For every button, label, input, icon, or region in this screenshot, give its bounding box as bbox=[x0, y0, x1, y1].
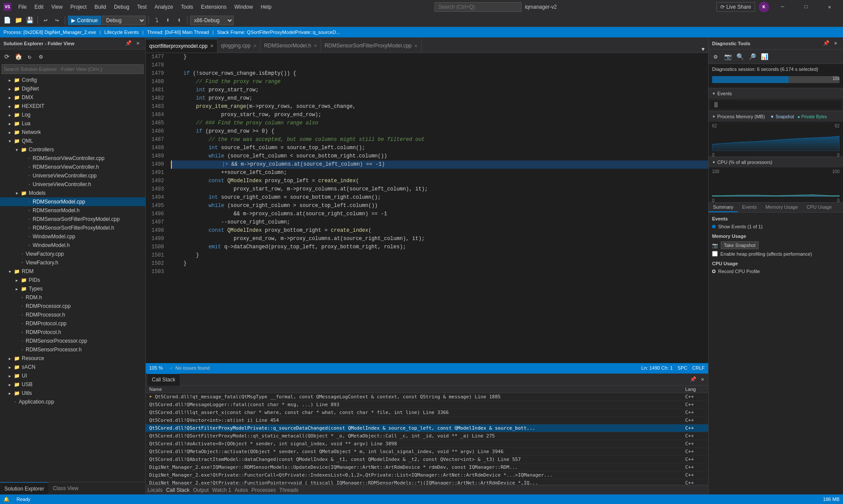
tree-item[interactable]: ⬝RDM.h bbox=[0, 293, 145, 302]
callstack-row[interactable]: Qt5Cored.dll!QVector<int>::at(int i) Lin… bbox=[146, 417, 708, 424]
step-out-btn[interactable]: ⬆ bbox=[174, 15, 184, 26]
callstack-tab[interactable]: Call Stack bbox=[147, 374, 180, 386]
se-filter-btn[interactable]: ⚙ bbox=[36, 51, 46, 62]
se-home-btn[interactable]: 🏠 bbox=[13, 51, 23, 62]
callstack-row[interactable]: Qt5Cored.dll!QMetaObject::activate(QObje… bbox=[146, 448, 708, 456]
bottom-tab-call-stack[interactable]: Call Stack bbox=[164, 486, 191, 494]
menu-edit[interactable]: Edit bbox=[31, 3, 47, 11]
diag-pin-btn[interactable]: 📌 bbox=[822, 40, 830, 47]
user-avatar[interactable]: K bbox=[759, 2, 769, 12]
tree-item[interactable]: ⬝ViewFactory.h bbox=[0, 258, 145, 267]
tree-item[interactable]: ⬝Application.cpp bbox=[0, 397, 145, 406]
callstack-close-btn[interactable]: ✕ bbox=[699, 376, 706, 384]
tree-item[interactable]: ⬝RDMSensorSortFilterProxyModel.cpp bbox=[0, 215, 145, 224]
diag-cpu-header[interactable]: ▼ CPU (% of all processors) bbox=[709, 157, 843, 167]
diag-tab-cpu-usage[interactable]: CPU Usage bbox=[802, 203, 836, 212]
callstack-row[interactable]: Qt5Cored.dll!QSortFilterProxyModelPrivat… bbox=[146, 424, 708, 432]
bottom-tab-threads[interactable]: Threads bbox=[278, 486, 300, 494]
menu-project[interactable]: Project bbox=[67, 3, 90, 11]
bottom-tab-autos[interactable]: Autos bbox=[233, 486, 250, 494]
callstack-row[interactable]: Qt5Cored.dll!llqt_assert_x(const char * … bbox=[146, 409, 708, 417]
diag-camera-btn[interactable]: 📷 bbox=[723, 51, 733, 62]
diag-settings-btn[interactable]: ⚙ bbox=[710, 51, 721, 62]
tree-item[interactable]: ⬝RDMSensorProcessor.cpp bbox=[0, 337, 145, 345]
menu-extensions[interactable]: Extensions bbox=[197, 3, 230, 11]
diag-memory-header[interactable]: ▼ Process Memory (MB) ▼ Snapshot ● Priva… bbox=[709, 111, 843, 122]
tree-item[interactable]: ⬝RDMSensorViewController.cpp bbox=[0, 154, 145, 163]
diag-zoom-out-btn[interactable]: 🔎 bbox=[747, 51, 757, 62]
tree-item[interactable]: ⬝RDMProtocol.h bbox=[0, 328, 145, 337]
new-file-btn[interactable]: 📄 bbox=[2, 15, 12, 26]
diag-zoom-in-btn[interactable]: 🔍 bbox=[735, 51, 745, 62]
maximize-button[interactable]: □ bbox=[796, 0, 816, 14]
tree-item[interactable]: ▸📁Types bbox=[0, 284, 145, 293]
se-tab-solution[interactable]: Solution Explorer bbox=[0, 482, 48, 494]
menu-analyze[interactable]: Analyze bbox=[151, 3, 177, 11]
callstack-row[interactable]: Qt5Cored.dll!doActivate<0>(QObject * sen… bbox=[146, 440, 708, 448]
callstack-row[interactable]: ➤ Qt5Cored.dll!qt_message_fatal(QtMsgTyp… bbox=[146, 393, 708, 401]
bottom-tab-watch-1[interactable]: Watch 1 bbox=[211, 486, 233, 494]
tree-item[interactable]: ▾📁Models bbox=[0, 189, 145, 197]
tree-item[interactable]: ⬝RDMSensorViewController.h bbox=[0, 163, 145, 171]
tab-close-icon[interactable]: ✕ bbox=[210, 43, 214, 48]
diag-tab-summary[interactable]: Summary bbox=[709, 203, 738, 212]
editor-tab[interactable]: qlogging.cpp✕ bbox=[217, 39, 261, 53]
diag-close-btn[interactable]: ✕ bbox=[832, 40, 840, 47]
se-sync-btn[interactable]: ⟳ bbox=[2, 51, 12, 62]
tree-item[interactable]: ⬝WindowModel.h bbox=[0, 241, 145, 250]
diag-events-header[interactable]: ▼ Events bbox=[709, 88, 843, 99]
tree-item[interactable]: ▸📁Lua bbox=[0, 119, 145, 128]
undo-btn[interactable]: ↩ bbox=[40, 15, 51, 26]
tree-item[interactable]: ⬝RDMSensorModel.h bbox=[0, 206, 145, 215]
tree-item[interactable]: ▸📁Network bbox=[0, 128, 145, 137]
tree-item[interactable]: ⬝RDMProcessor.cpp bbox=[0, 302, 145, 310]
debug-dropdown[interactable]: Debug bbox=[102, 16, 146, 25]
live-share-button[interactable]: ⟳ Live Share bbox=[716, 2, 755, 12]
menu-build[interactable]: Build bbox=[91, 3, 110, 11]
tree-item[interactable]: ⬝RDMSensorSortFilterProxyModel.h bbox=[0, 224, 145, 232]
menu-tools[interactable]: Tools bbox=[177, 3, 197, 11]
save-btn[interactable]: 💾 bbox=[24, 15, 35, 26]
pin-btn[interactable]: 📌 bbox=[124, 40, 132, 47]
diag-tab-events[interactable]: Events bbox=[738, 203, 761, 212]
callstack-pin-btn[interactable]: 📌 bbox=[689, 376, 697, 384]
open-btn[interactable]: 📁 bbox=[13, 15, 23, 26]
diag-tab-memory-usage[interactable]: Memory Usage bbox=[761, 203, 803, 212]
menu-help[interactable]: Help bbox=[257, 3, 275, 11]
close-button[interactable]: ✕ bbox=[820, 0, 840, 14]
se-close-btn[interactable]: ✕ bbox=[134, 40, 142, 47]
tree-item[interactable]: ⬝ViewFactory.cpp bbox=[0, 250, 145, 258]
callstack-row[interactable]: DigiNet_Manager_2.exe!QtPrivate::Functor… bbox=[146, 471, 708, 479]
menu-test[interactable]: Test bbox=[134, 3, 150, 11]
callstack-row[interactable]: Qt5Cored.dll!QSortFilterProxyModel::qt_s… bbox=[146, 432, 708, 440]
diag-chart-btn[interactable]: 📊 bbox=[759, 51, 769, 62]
tab-close-icon[interactable]: ✕ bbox=[414, 43, 418, 48]
tab-overflow-btn[interactable]: ▼ bbox=[698, 47, 708, 53]
tree-item[interactable]: ⬝UniverseViewController.cpp bbox=[0, 171, 145, 180]
step-into-btn[interactable]: ⬇ bbox=[163, 15, 173, 26]
tree-item[interactable]: ▸📁Resource bbox=[0, 354, 145, 363]
se-search-input[interactable] bbox=[2, 64, 144, 74]
tree-item[interactable]: ▾📁QML bbox=[0, 137, 145, 145]
menu-window[interactable]: Window bbox=[231, 3, 257, 11]
tree-item[interactable]: ⬝UniverseViewController.h bbox=[0, 180, 145, 189]
tree-item[interactable]: ▸📁UI bbox=[0, 371, 145, 380]
tree-item[interactable]: ⬝RDMSensorProcessor.h bbox=[0, 345, 145, 354]
tree-item[interactable]: ▸📁Log bbox=[0, 110, 145, 119]
tree-item[interactable]: ▸📁DigiNet bbox=[0, 84, 145, 93]
tree-item[interactable]: ▸📁USB bbox=[0, 380, 145, 389]
se-refresh-btn[interactable]: ↻ bbox=[24, 51, 35, 62]
tree-item[interactable]: ▸📁DMX bbox=[0, 93, 145, 102]
tree-item[interactable]: ⬝RDMProcessor.h bbox=[0, 310, 145, 319]
tree-item[interactable]: ⬝RDMProtocol.cpp bbox=[0, 319, 145, 328]
callstack-row[interactable]: Qt5Cored.dll!QAbstractItemModel::dataCha… bbox=[146, 456, 708, 464]
minimize-button[interactable]: — bbox=[773, 0, 793, 14]
heap-profiling-checkbox[interactable] bbox=[712, 251, 718, 257]
bottom-tab-processes[interactable]: Processes bbox=[250, 486, 278, 494]
redo-btn[interactable]: ↪ bbox=[52, 15, 62, 26]
menu-file[interactable]: File bbox=[15, 3, 30, 11]
menu-view[interactable]: View bbox=[48, 3, 66, 11]
editor-tab[interactable]: RDMSensorSortFilterProxyModel.cpp✕ bbox=[321, 39, 422, 53]
menu-debug[interactable]: Debug bbox=[110, 3, 133, 11]
callstack-row[interactable]: Qt5Cored.dll!QMessageLogger::fatal(const… bbox=[146, 401, 708, 409]
